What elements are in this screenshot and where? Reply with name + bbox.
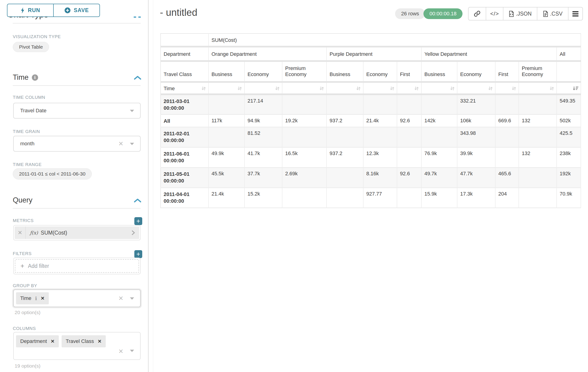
chevron-down-icon	[130, 143, 134, 145]
function-icon: ƒ(x)	[30, 230, 38, 235]
pivot-cell	[495, 94, 519, 114]
pivot-sort-header[interactable]	[209, 82, 244, 94]
pivot-cell: 142k	[421, 114, 457, 127]
add-filter-plus-button[interactable]: +	[134, 250, 142, 258]
save-button[interactable]: SAVE	[53, 4, 100, 17]
pivot-sort-header[interactable]	[282, 82, 326, 94]
pivot-cell: 16.5k	[282, 147, 326, 167]
pivot-cell: 937.2	[326, 147, 363, 167]
view-query-button[interactable]: </>	[486, 7, 503, 20]
pivot-sort-header[interactable]	[421, 82, 457, 94]
columns-chip[interactable]: Travel Class ✕	[62, 335, 106, 347]
add-metric-button[interactable]: +	[134, 217, 142, 225]
pivot-table-container: SUM(Cost)DepartmentOrange DepartmentPurp…	[160, 33, 581, 208]
remove-metric-icon[interactable]: ✕	[15, 226, 26, 239]
pivot-sort-header[interactable]	[519, 82, 557, 94]
columns-select[interactable]: Department ✕ Travel Class ✕ ✕	[13, 332, 141, 360]
info-icon[interactable]: i	[32, 74, 38, 81]
export-button-group: </> .JSON .CSV	[468, 7, 583, 21]
pivot-cell	[495, 127, 519, 147]
pivot-sort-header[interactable]	[495, 82, 519, 94]
sort-updown-icon	[389, 86, 395, 91]
pivot-sort-header[interactable]	[363, 82, 397, 94]
sort-updown-icon	[356, 86, 361, 91]
pivot-sub-axis-label: Travel Class	[161, 61, 209, 82]
visualization-type-pill[interactable]: Pivot Table	[13, 42, 49, 52]
group-by-chip-label: Time	[20, 295, 31, 301]
clear-icon[interactable]: ✕	[118, 295, 123, 301]
collapse-chevron-icon[interactable]	[134, 198, 142, 203]
export-json-button[interactable]: .JSON	[503, 7, 537, 20]
plus-icon: +	[21, 262, 24, 270]
pivot-corner-cell	[161, 33, 209, 46]
pivot-sort-header[interactable]	[397, 82, 421, 94]
pivot-sort-header[interactable]	[244, 82, 282, 94]
time-grain-value: month	[20, 141, 34, 147]
query-timer-badge: 00:00:00.18	[423, 8, 462, 19]
clear-icon[interactable]: ✕	[118, 348, 123, 354]
group-by-options-count: 20 option(s)	[15, 310, 41, 315]
csv-file-icon	[543, 11, 548, 17]
remove-chip-icon[interactable]: ✕	[98, 339, 102, 344]
section-divider	[13, 208, 141, 209]
chevron-right-icon[interactable]	[127, 230, 139, 235]
chart-title[interactable]: - untitled	[160, 7, 197, 18]
metric-chip[interactable]: ✕ ƒ(x) SUM(Cost)	[15, 226, 139, 239]
pivot-cell: 49.7k	[421, 167, 457, 188]
panel-divider	[153, 0, 153, 372]
add-filter-button[interactable]: + Add filter	[15, 259, 139, 273]
column-info-icon[interactable]: i	[35, 296, 37, 301]
pivot-cell: 8.16k	[363, 167, 397, 188]
pivot-col-header: First	[495, 61, 519, 82]
export-csv-label: .CSV	[550, 11, 563, 17]
time-column-value: Travel Date	[20, 108, 46, 114]
pivot-col-group-header: All	[557, 46, 581, 61]
pivot-cell: 332.21	[457, 94, 495, 114]
pivot-cell	[209, 94, 244, 114]
pivot-sort-header[interactable]	[326, 82, 363, 94]
pivot-row-label: All	[161, 114, 209, 127]
pivot-cell	[363, 94, 397, 114]
collapse-chevron-icon[interactable]	[134, 75, 142, 80]
clear-icon[interactable]: ✕	[118, 141, 123, 147]
add-filter-label: Add filter	[28, 263, 49, 269]
pivot-cell	[495, 147, 519, 167]
time-grain-select[interactable]: month ✕	[13, 136, 141, 152]
plus-circle-icon	[64, 7, 71, 13]
group-by-chip[interactable]: Time i ✕	[16, 292, 49, 304]
pivot-sort-header[interactable]: Time	[161, 82, 209, 94]
export-csv-button[interactable]: .CSV	[537, 7, 568, 20]
metrics-container: ✕ ƒ(x) SUM(Cost)	[13, 225, 141, 240]
table-row: All117k94.9k19.2k937.221.4k92.6142k106k6…	[161, 114, 581, 127]
time-column-select[interactable]: Travel Date	[13, 103, 141, 118]
filters-label: FILTERS	[13, 251, 32, 256]
pivot-cell: 132	[519, 114, 557, 127]
remove-chip-icon[interactable]: ✕	[51, 339, 55, 344]
pivot-sort-header[interactable]	[557, 82, 581, 94]
link-icon	[474, 11, 480, 17]
table-row: 2011-02-01 00:00:0081.52343.98425.5	[161, 127, 581, 147]
group-by-select[interactable]: Time i ✕ ✕	[13, 289, 141, 307]
pivot-cell	[397, 147, 421, 167]
pivot-metric-header: SUM(Cost)	[209, 33, 581, 46]
metric-chip-body: ƒ(x) SUM(Cost)	[26, 230, 127, 236]
copy-link-button[interactable]	[469, 7, 486, 20]
chevron-fragment-icon	[134, 17, 136, 18]
columns-chip[interactable]: Department ✕	[16, 335, 59, 347]
pivot-cell	[326, 127, 363, 147]
time-section-header: Time i	[13, 73, 38, 82]
pivot-cell: 132	[519, 147, 557, 167]
table-row: 2011-06-01 00:00:0049.9k41.7k16.5k937.21…	[161, 147, 581, 167]
pivot-sort-header[interactable]	[457, 82, 495, 94]
run-button[interactable]: RUN	[7, 4, 53, 17]
more-options-button[interactable]	[568, 7, 582, 20]
table-row: 2011-03-01 00:00:00217.14332.21549.35	[161, 94, 581, 114]
pivot-row-label: 2011-06-01 00:00:00	[161, 147, 209, 167]
pivot-cell: 45.5k	[209, 167, 244, 188]
remove-chip-icon[interactable]: ✕	[41, 296, 45, 301]
pivot-cell	[519, 188, 557, 208]
pivot-row-axis-label: Time	[164, 85, 175, 92]
pivot-cell: 19.2k	[282, 114, 326, 127]
sort-descending-icon	[572, 86, 579, 91]
time-range-pill[interactable]: 2011-01-01 ≤ col < 2011-06-30	[13, 168, 92, 180]
